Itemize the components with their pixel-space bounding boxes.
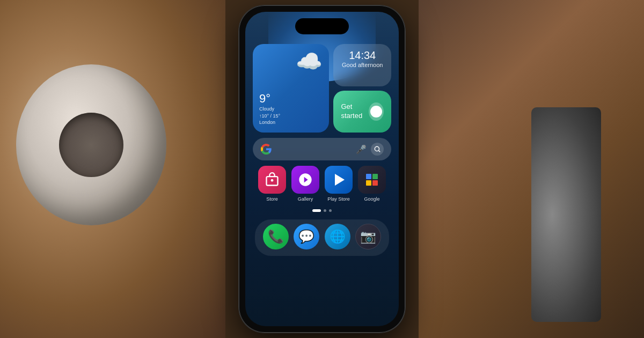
get-started-label: Get started bbox=[341, 102, 369, 121]
search-bar[interactable]: 🎤 bbox=[253, 138, 391, 160]
dock-browser-icon[interactable]: 🌐 bbox=[325, 224, 350, 249]
weather-desc: Cloudy ↑10° / 15° London bbox=[259, 106, 323, 126]
dot-2 bbox=[329, 209, 332, 212]
play-triangle bbox=[335, 174, 345, 186]
store-label: Store bbox=[266, 196, 278, 202]
toggle-button[interactable] bbox=[369, 102, 384, 121]
cloud-icon: ☁️ bbox=[259, 50, 323, 72]
get-started-widget[interactable]: Get started bbox=[333, 91, 391, 133]
google-app-icon bbox=[358, 166, 386, 194]
dot-active bbox=[312, 209, 321, 212]
phone-wrapper: ☁️ 9° Cloudy ↑10° / 15° London bbox=[239, 5, 405, 333]
phone-content: ☁️ 9° Cloudy ↑10° / 15° London bbox=[245, 41, 399, 326]
dot-1 bbox=[324, 209, 326, 212]
weather-temp: 9° bbox=[259, 92, 323, 106]
widgets-row: ☁️ 9° Cloudy ↑10° / 15° London bbox=[253, 44, 391, 133]
phone-device: ☁️ 9° Cloudy ↑10° / 15° London bbox=[239, 5, 405, 333]
greeting-text: Good afternoon bbox=[341, 62, 384, 68]
time-display: 14:34 bbox=[341, 49, 384, 62]
dock-messages-icon[interactable]: 💬 bbox=[294, 224, 319, 249]
google-label: Google bbox=[364, 196, 379, 202]
app-gallery-item[interactable]: Gallery bbox=[291, 166, 319, 202]
mic-icon[interactable]: 🎤 bbox=[356, 144, 367, 155]
bottom-dock: 📞 💬 🌐 📷 bbox=[255, 219, 389, 256]
right-widgets: 14:34 Good afternoon Get started bbox=[333, 44, 391, 133]
gallery-label: Gallery bbox=[298, 196, 313, 202]
google-grid bbox=[366, 174, 378, 186]
svg-point-2 bbox=[271, 179, 274, 182]
google-logo bbox=[260, 143, 272, 155]
playstore-label: Play Store bbox=[327, 196, 350, 202]
playstore-icon bbox=[325, 166, 353, 194]
phone-screen: ☁️ 9° Cloudy ↑10° / 15° London bbox=[245, 12, 399, 326]
page-dots bbox=[253, 207, 391, 214]
app-playstore-item[interactable]: Play Store bbox=[325, 166, 353, 202]
weather-widget[interactable]: ☁️ 9° Cloudy ↑10° / 15° London bbox=[253, 44, 329, 133]
cylinder-object bbox=[531, 107, 601, 322]
toggle-inner bbox=[370, 106, 382, 117]
app-google-item[interactable]: Google bbox=[358, 166, 386, 202]
time-widget[interactable]: 14:34 Good afternoon bbox=[333, 44, 391, 86]
store-icon bbox=[258, 166, 286, 194]
dock-phone-icon[interactable]: 📞 bbox=[263, 224, 289, 249]
lens-icon[interactable] bbox=[371, 143, 384, 156]
dock-camera-icon[interactable]: 📷 bbox=[355, 224, 381, 249]
svg-point-0 bbox=[375, 146, 379, 151]
background: ☁️ 9° Cloudy ↑10° / 15° London bbox=[0, 0, 644, 338]
app-icons-row: Store Gallery bbox=[253, 166, 391, 202]
stone-object bbox=[16, 64, 166, 225]
gallery-icon bbox=[291, 166, 319, 194]
dynamic-island bbox=[295, 18, 349, 34]
app-store-item[interactable]: Store bbox=[258, 166, 286, 202]
